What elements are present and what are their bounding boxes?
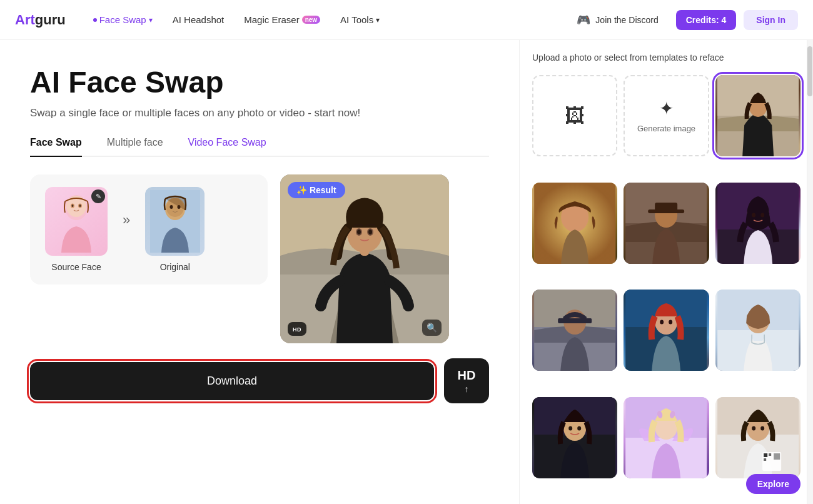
nav-magic-eraser[interactable]: Magic Eraser new xyxy=(236,11,328,29)
template-8[interactable] xyxy=(624,397,709,478)
original-person-svg xyxy=(150,190,200,253)
zoom-badge[interactable]: 🔍 xyxy=(422,320,442,336)
templates-grid: 🖼 ✦ Generate image xyxy=(520,69,813,504)
svg-point-5 xyxy=(79,204,81,207)
chevron-down-icon: ▾ xyxy=(149,16,153,24)
svg-point-33 xyxy=(752,213,755,217)
discord-icon: 🎮 xyxy=(577,13,590,27)
left-content: AI Face Swap Swap a single face or multi… xyxy=(0,40,519,504)
upload-icon: 🖼 xyxy=(565,104,585,128)
svg-point-43 xyxy=(669,320,672,325)
original-face-slot: Original xyxy=(145,187,205,272)
scrollbar[interactable] xyxy=(807,40,813,504)
generate-image-slot[interactable]: ✦ Generate image xyxy=(624,75,709,156)
hd-icon: HD xyxy=(458,368,476,383)
template-4[interactable] xyxy=(532,290,617,371)
scrollbar-thumb xyxy=(807,46,812,96)
right-panel: Upload a photo or select from templates … xyxy=(519,40,813,504)
svg-rect-67 xyxy=(774,453,780,460)
right-panel-header: Upload a photo or select from templates … xyxy=(520,40,813,69)
source-face-wrapper: ✎ xyxy=(45,187,108,256)
svg-rect-47 xyxy=(753,336,763,341)
result-svg xyxy=(280,174,449,343)
tab-face-swap[interactable]: Face Swap xyxy=(30,137,82,156)
original-image[interactable] xyxy=(145,187,205,256)
nav-ai-tools[interactable]: AI Tools ▾ xyxy=(333,11,387,29)
tab-multiple-face[interactable]: Multiple face xyxy=(107,137,163,156)
header: Artguru Face Swap ▾ AI Headshot Magic Er… xyxy=(0,0,813,40)
upload-icon: ↑ xyxy=(465,384,469,394)
svg-rect-65 xyxy=(769,453,771,456)
svg-point-17 xyxy=(357,229,361,234)
new-badge: new xyxy=(302,16,320,24)
hd-badge: HD xyxy=(288,322,306,336)
template-1[interactable] xyxy=(532,183,617,264)
action-row: Download HD ↑ xyxy=(30,358,489,403)
template-3-svg xyxy=(715,183,800,264)
svg-point-61 xyxy=(752,426,755,430)
template-7[interactable] xyxy=(532,397,617,478)
template-selected-svg xyxy=(715,75,800,156)
tab-video-face-swap[interactable]: Video Face Swap xyxy=(188,137,266,156)
page-title: AI Face Swap xyxy=(30,65,489,99)
generate-label: Generate image xyxy=(637,124,695,133)
sparkle-icon: ✦ xyxy=(659,98,674,119)
svg-point-34 xyxy=(760,213,764,217)
svg-point-52 xyxy=(577,426,581,430)
svg-point-9 xyxy=(169,205,173,209)
svg-point-62 xyxy=(760,426,764,430)
active-dot xyxy=(93,18,97,22)
svg-point-51 xyxy=(568,426,572,430)
page-subtitle: Swap a single face or multiple faces on … xyxy=(30,107,489,119)
template-6-svg xyxy=(715,290,800,371)
main-layout: AI Face Swap Swap a single face or multi… xyxy=(0,40,813,504)
svg-rect-66 xyxy=(764,458,766,461)
svg-point-4 xyxy=(72,204,74,207)
result-badge: ✨ Result xyxy=(288,182,345,198)
header-right: 🎮 Join the Discord Credits: 4 Sign In xyxy=(567,8,798,32)
template-4-svg xyxy=(532,290,617,371)
edit-badge[interactable]: ✎ xyxy=(91,189,105,203)
tab-bar: Face Swap Multiple face Video Face Swap xyxy=(30,137,489,157)
explore-button[interactable]: Explore xyxy=(746,474,800,494)
template-5-svg xyxy=(624,290,709,371)
logo: Artguru xyxy=(15,12,66,28)
hd-upgrade-button[interactable]: HD ↑ xyxy=(444,358,489,403)
template-7-svg xyxy=(532,397,617,478)
result-wrapper: ✨ Result xyxy=(280,174,449,343)
upload-template-slot[interactable]: 🖼 xyxy=(532,75,617,156)
discord-button[interactable]: 🎮 Join the Discord xyxy=(567,8,668,32)
template-6[interactable] xyxy=(715,290,800,371)
download-button[interactable]: Download xyxy=(30,362,434,400)
template-2[interactable] xyxy=(624,183,709,264)
svg-rect-64 xyxy=(764,453,767,457)
svg-rect-29 xyxy=(648,209,684,213)
arrow-icon: » xyxy=(123,212,130,228)
original-face-label: Original xyxy=(160,262,190,272)
nav-ai-headshot[interactable]: AI Headshot xyxy=(165,11,232,29)
svg-point-42 xyxy=(660,320,664,325)
credits-button[interactable]: Credits: 4 xyxy=(676,10,737,30)
chevron-down-icon-tools: ▾ xyxy=(376,16,380,24)
template-3[interactable] xyxy=(715,183,800,264)
template-5[interactable] xyxy=(624,290,709,371)
source-face-slot: ✎ Source Face xyxy=(45,187,108,272)
svg-point-18 xyxy=(368,229,372,234)
source-face-label: Source Face xyxy=(51,262,101,272)
signin-button[interactable]: Sign In xyxy=(744,10,798,30)
template-9[interactable] xyxy=(715,397,800,478)
source-area: ✎ Source Face » xyxy=(30,174,268,285)
template-2-svg xyxy=(624,183,709,264)
template-selected[interactable] xyxy=(715,75,800,156)
template-1-svg xyxy=(532,183,617,264)
result-image xyxy=(280,174,449,343)
template-9-svg xyxy=(715,397,800,478)
swap-container: ✎ Source Face » xyxy=(30,174,489,343)
navigation: Face Swap ▾ AI Headshot Magic Eraser new… xyxy=(86,11,567,29)
nav-face-swap[interactable]: Face Swap ▾ xyxy=(86,11,160,29)
template-8-svg xyxy=(624,397,709,478)
